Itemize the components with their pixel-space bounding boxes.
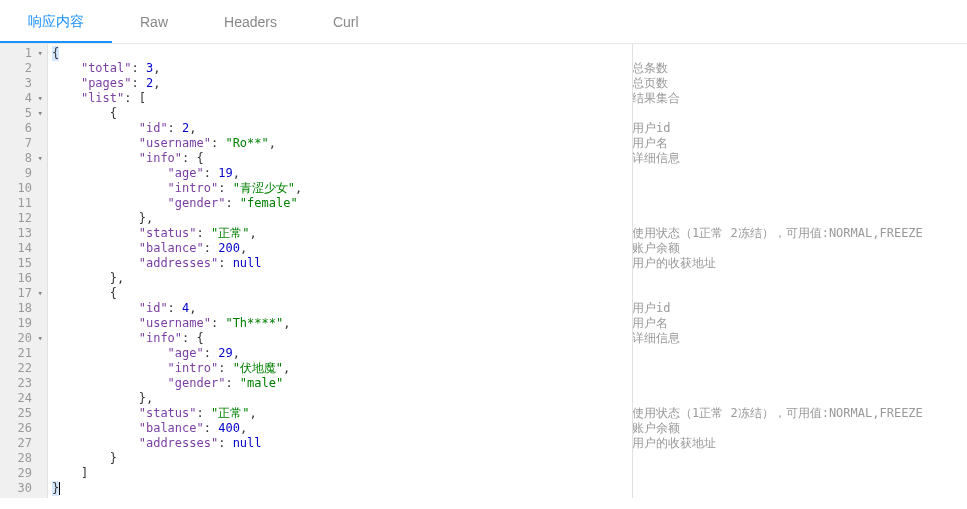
line-number: 19	[0, 316, 47, 331]
code-line[interactable]: "gender": "female"	[52, 196, 967, 211]
code-line[interactable]: "total": 3,总条数	[52, 61, 967, 76]
line-number: 6	[0, 121, 47, 136]
code-content[interactable]: { "total": 3,总条数 "pages": 2,总页数 "list": …	[48, 44, 967, 498]
line-number: 23	[0, 376, 47, 391]
code-line[interactable]: "age": 29,	[52, 346, 967, 361]
code-line[interactable]: }	[52, 451, 967, 466]
fold-icon[interactable]: ▾	[35, 91, 43, 106]
tab-headers[interactable]: Headers	[196, 0, 305, 43]
line-number: 26	[0, 421, 47, 436]
code-line[interactable]: "id": 2,用户id	[52, 121, 967, 136]
line-gutter: 1▾234▾5▾678▾91011121314151617▾181920▾212…	[0, 44, 48, 498]
line-number: 24	[0, 391, 47, 406]
line-number: 11	[0, 196, 47, 211]
code-line[interactable]: {	[52, 46, 967, 61]
line-number: 25	[0, 406, 47, 421]
line-number: 28	[0, 451, 47, 466]
code-line[interactable]: "intro": "伏地魔",	[52, 361, 967, 376]
code-line[interactable]: },	[52, 391, 967, 406]
line-comment: 账户余额	[632, 421, 680, 436]
code-line[interactable]: "id": 4,用户id	[52, 301, 967, 316]
line-number: 5▾	[0, 106, 47, 121]
line-number: 3	[0, 76, 47, 91]
line-comment: 用户的收获地址	[632, 256, 716, 271]
line-comment: 使用状态（1正常 2冻结），可用值:NORMAL,FREEZE	[632, 226, 923, 241]
text-cursor	[59, 482, 60, 495]
code-line[interactable]: "info": {详细信息	[52, 151, 967, 166]
tab-response-body[interactable]: 响应内容	[0, 0, 112, 43]
code-line[interactable]: "status": "正常",使用状态（1正常 2冻结），可用值:NORMAL,…	[52, 406, 967, 421]
code-line[interactable]: "balance": 400,账户余额	[52, 421, 967, 436]
line-number: 1▾	[0, 46, 47, 61]
line-number: 22	[0, 361, 47, 376]
code-line[interactable]: {	[52, 286, 967, 301]
line-comment: 结果集合	[632, 91, 680, 106]
tab-curl[interactable]: Curl	[305, 0, 387, 43]
line-number: 27	[0, 436, 47, 451]
line-number: 7	[0, 136, 47, 151]
line-comment: 详细信息	[632, 331, 680, 346]
code-line[interactable]: "age": 19,	[52, 166, 967, 181]
line-number: 29	[0, 466, 47, 481]
line-number: 14	[0, 241, 47, 256]
line-comment: 用户的收获地址	[632, 436, 716, 451]
code-line[interactable]: "status": "正常",使用状态（1正常 2冻结），可用值:NORMAL,…	[52, 226, 967, 241]
code-line[interactable]: "balance": 200,账户余额	[52, 241, 967, 256]
fold-icon[interactable]: ▾	[35, 46, 43, 61]
line-number: 21	[0, 346, 47, 361]
line-number: 9	[0, 166, 47, 181]
code-line[interactable]: "list": [结果集合	[52, 91, 967, 106]
line-number: 10	[0, 181, 47, 196]
fold-icon[interactable]: ▾	[35, 286, 43, 301]
line-comment: 用户名	[632, 316, 668, 331]
line-number: 13	[0, 226, 47, 241]
code-line[interactable]: },	[52, 271, 967, 286]
line-number: 20▾	[0, 331, 47, 346]
line-number: 4▾	[0, 91, 47, 106]
line-comment: 账户余额	[632, 241, 680, 256]
line-number: 12	[0, 211, 47, 226]
line-number: 17▾	[0, 286, 47, 301]
code-editor[interactable]: 1▾234▾5▾678▾91011121314151617▾181920▾212…	[0, 44, 967, 498]
line-comment: 用户id	[632, 301, 670, 316]
code-line[interactable]: "username": "Th****",用户名	[52, 316, 967, 331]
tab-raw[interactable]: Raw	[112, 0, 196, 43]
code-line[interactable]: }	[52, 481, 967, 496]
line-number: 30	[0, 481, 47, 496]
code-line[interactable]: "username": "Ro**",用户名	[52, 136, 967, 151]
line-comment: 详细信息	[632, 151, 680, 166]
fold-icon[interactable]: ▾	[35, 106, 43, 121]
line-number: 18	[0, 301, 47, 316]
code-line[interactable]: {	[52, 106, 967, 121]
code-line[interactable]: ]	[52, 466, 967, 481]
line-comment: 总页数	[632, 76, 668, 91]
response-tabs: 响应内容 Raw Headers Curl	[0, 0, 967, 44]
code-line[interactable]: "info": {详细信息	[52, 331, 967, 346]
code-line[interactable]: "addresses": null用户的收获地址	[52, 256, 967, 271]
fold-icon[interactable]: ▾	[35, 151, 43, 166]
line-number: 8▾	[0, 151, 47, 166]
code-line[interactable]: "gender": "male"	[52, 376, 967, 391]
code-line[interactable]: "pages": 2,总页数	[52, 76, 967, 91]
line-comment: 使用状态（1正常 2冻结），可用值:NORMAL,FREEZE	[632, 406, 923, 421]
line-comment: 用户id	[632, 121, 670, 136]
line-number: 15	[0, 256, 47, 271]
fold-icon[interactable]: ▾	[35, 331, 43, 346]
code-line[interactable]: "addresses": null用户的收获地址	[52, 436, 967, 451]
line-number: 16	[0, 271, 47, 286]
code-line[interactable]: },	[52, 211, 967, 226]
line-comment: 总条数	[632, 61, 668, 76]
line-number: 2	[0, 61, 47, 76]
code-line[interactable]: "intro": "青涩少女",	[52, 181, 967, 196]
line-comment: 用户名	[632, 136, 668, 151]
comment-divider	[632, 44, 633, 498]
